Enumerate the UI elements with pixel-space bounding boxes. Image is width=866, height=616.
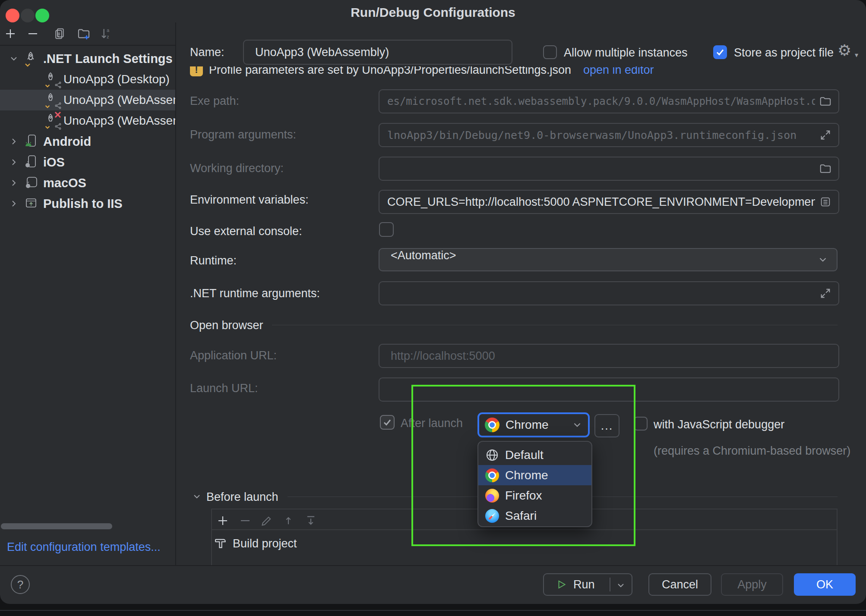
move-up-icon[interactable]	[281, 513, 296, 528]
svg-text:z: z	[107, 34, 109, 39]
environment-variables-value: CORE_URLS=http://localhost:5000 ASPNETCO…	[379, 191, 815, 213]
name-input[interactable]: UnoApp3 (WebAssembly)	[243, 40, 512, 65]
js-debugger-checkbox[interactable]	[634, 417, 648, 431]
edit-task-icon[interactable]	[259, 513, 274, 528]
browse-browsers-button[interactable]: ...	[594, 414, 619, 437]
run-chevron-down-icon[interactable]	[616, 580, 626, 591]
run-button[interactable]: Run	[543, 573, 632, 596]
tree-item-label: .NET Launch Settings Pr	[43, 52, 175, 66]
dotnet-runtime-arguments-label: .NET runtime arguments:	[190, 287, 320, 300]
sort-icon[interactable]: a z	[98, 26, 114, 41]
safari-icon	[485, 509, 499, 523]
help-button[interactable]: ?	[11, 575, 30, 594]
copy-configuration-icon[interactable]	[52, 26, 67, 41]
popup-item-chrome[interactable]: Chrome	[478, 465, 591, 485]
chevron-down-icon[interactable]	[192, 491, 202, 502]
chrome-icon	[485, 418, 499, 432]
ok-button[interactable]: OK	[794, 573, 856, 596]
run-split-divider	[610, 578, 610, 591]
new-folder-icon[interactable]	[76, 26, 92, 41]
exe-path-input[interactable]: es/microsoft.net.sdk.webassembly.pack/9.…	[379, 89, 839, 113]
popup-item-firefox[interactable]: Firefox	[478, 485, 591, 506]
warning-icon: !	[190, 66, 203, 76]
svg-text:a: a	[107, 28, 109, 33]
use-external-console-checkbox[interactable]	[379, 222, 394, 237]
runtime-value: <Automatic>	[379, 249, 837, 262]
chevron-down-icon	[572, 419, 583, 431]
chevron-right-icon[interactable]	[9, 136, 19, 147]
tree-item-label: iOS	[43, 155, 65, 170]
allow-multiple-instances-checkbox[interactable]	[543, 45, 557, 59]
error-x-icon: ✕	[54, 110, 62, 121]
folder-icon[interactable]	[819, 162, 832, 176]
tree-item-label: UnoApp3 (Desktop)	[63, 72, 170, 86]
dialog-title: Run/Debug Configurations	[0, 5, 866, 20]
launch-url-label: Launch URL:	[190, 382, 258, 395]
popup-item-default[interactable]: Default	[478, 445, 591, 465]
tree-item-dotnet-launch-settings[interactable]: .NET Launch Settings Pr	[0, 48, 175, 69]
remove-task-icon[interactable]	[238, 513, 253, 528]
popup-item-label: Chrome	[505, 468, 548, 482]
tree-item-label: Publish to IIS	[43, 197, 123, 211]
launch-profile-icon	[24, 51, 40, 66]
chevron-right-icon[interactable]	[9, 157, 19, 167]
tree-item-publish-to-iis[interactable]: Publish to IIS	[0, 193, 175, 214]
gear-chevron-icon: ▾	[855, 51, 858, 59]
run-debug-configurations-dialog: Run/Debug Configurations a z	[0, 0, 866, 604]
program-arguments-label: Program arguments:	[190, 128, 296, 141]
tree-item-unoapp3-webassembly-error[interactable]: ✕ UnoApp3 (WebAssembl	[0, 110, 175, 131]
section-divider	[272, 325, 838, 325]
tree-item-unoapp3-webassembly-selected[interactable]: UnoApp3 (WebAssembl	[0, 90, 175, 110]
browser-select[interactable]: Chrome	[477, 412, 590, 437]
dotnet-runtime-arguments-value	[379, 282, 815, 305]
run-config-icon	[44, 72, 60, 87]
use-external-console-label: Use external console:	[190, 225, 302, 238]
store-as-project-file-checkbox[interactable]	[713, 45, 727, 59]
browser-select-value: Chrome	[506, 418, 549, 432]
warning-text: Profile parameters are set by UnoApp3/Pr…	[209, 66, 571, 77]
program-arguments-input[interactable]: lnoApp3/bin/Debug/net9.0-browserwasm/Uno…	[379, 123, 839, 147]
chevron-down-icon[interactable]	[9, 53, 19, 64]
move-down-icon[interactable]	[303, 513, 318, 528]
chevron-right-icon[interactable]	[9, 178, 19, 188]
application-url-input[interactable]: http://localhost:5000	[379, 344, 839, 368]
name-value: UnoApp3 (WebAssembly)	[244, 41, 507, 64]
expand-icon[interactable]	[819, 128, 832, 142]
check-icon	[382, 418, 392, 427]
hammer-icon	[214, 537, 228, 550]
runtime-select[interactable]: <Automatic>	[379, 248, 838, 271]
tree-item-android[interactable]: Android	[0, 131, 175, 152]
tree-item-unoapp3-desktop[interactable]: UnoApp3 (Desktop)	[0, 69, 175, 90]
expand-icon[interactable]	[819, 286, 832, 300]
chevron-right-icon[interactable]	[9, 198, 19, 209]
after-launch-checkbox[interactable]	[380, 415, 395, 430]
apply-button[interactable]: Apply	[721, 573, 783, 596]
working-directory-input[interactable]	[379, 157, 839, 181]
cancel-button[interactable]: Cancel	[648, 573, 711, 596]
horizontal-scrollbar[interactable]	[1, 523, 112, 529]
tree-item-ios[interactable]: iOS	[0, 152, 175, 173]
tree-item-macos[interactable]: macOS	[0, 173, 175, 193]
add-task-icon[interactable]	[215, 513, 230, 528]
runtime-label: Runtime:	[190, 254, 237, 267]
popup-item-safari[interactable]: Safari	[478, 506, 591, 526]
dotnet-runtime-arguments-input[interactable]	[379, 281, 839, 305]
gear-icon[interactable]: ⚙︎	[838, 41, 851, 60]
firefox-icon	[485, 489, 499, 503]
macos-icon	[24, 175, 40, 191]
popup-item-label: Safari	[505, 509, 537, 523]
remove-configuration-icon[interactable]	[25, 26, 41, 41]
launch-url-input[interactable]	[379, 377, 839, 402]
edit-configuration-templates-link[interactable]: Edit configuration templates...	[7, 541, 161, 554]
popup-item-label: Firefox	[505, 489, 542, 503]
chrome-icon	[485, 468, 499, 482]
js-debugger-note: (requires a Chromium-based browser)	[654, 444, 850, 458]
ios-icon	[24, 154, 40, 170]
globe-icon	[485, 448, 499, 462]
folder-icon[interactable]	[819, 94, 832, 108]
add-configuration-icon[interactable]	[3, 26, 18, 41]
open-in-editor-link[interactable]: open in editor	[583, 66, 654, 77]
list-icon[interactable]	[819, 195, 832, 209]
environment-variables-input[interactable]: CORE_URLS=http://localhost:5000 ASPNETCO…	[379, 190, 839, 214]
before-launch-task-row[interactable]: Build project	[214, 537, 297, 550]
